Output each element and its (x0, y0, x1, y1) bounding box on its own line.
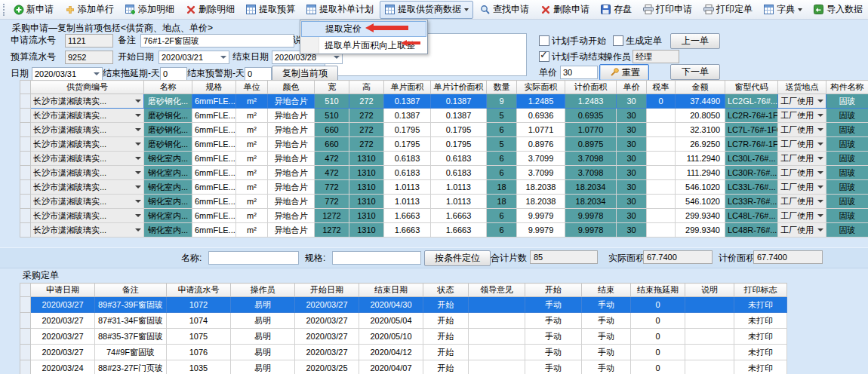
toolbar-button-extract-supplement-plan[interactable]: 提取补单计划 (301, 1, 378, 19)
toolbar-button-add-detail[interactable]: 添加明细 (120, 1, 179, 19)
remark-field[interactable]: 76#1-2F窗固玻 (140, 34, 294, 48)
table-row[interactable]: 长沙市潇湘玻璃实...磨砂钢化...6mmFLE...m²异地合片6602720… (20, 137, 868, 152)
chevron-down-icon[interactable] (817, 185, 823, 189)
column-header[interactable]: 构件名称 (826, 81, 868, 94)
dropdown-cell[interactable]: 长沙市潇湘玻璃实... (31, 94, 144, 109)
unit-price-field[interactable]: 30 (560, 66, 598, 79)
column-header[interactable]: 颜色 (268, 81, 315, 94)
table-row[interactable]: 长沙市潇湘玻璃实...钢化室内...6mmFLE...m²异地合片1272131… (20, 223, 868, 238)
column-header[interactable]: 单片计价面积 (431, 81, 487, 94)
dropdown-cell[interactable]: 长沙市潇湘玻璃实... (31, 123, 144, 137)
operator-field[interactable]: 经理 (633, 50, 679, 63)
column-header[interactable]: 高 (349, 81, 384, 94)
end-delay-field[interactable]: 0 (160, 67, 187, 81)
column-header[interactable]: 金额 (676, 81, 725, 94)
column-header[interactable]: 单片面积 (384, 81, 431, 94)
dropdown-cell[interactable]: 工厂使用 (778, 209, 826, 223)
column-header[interactable]: 状态 (423, 284, 469, 297)
column-header[interactable]: 数量 (487, 81, 517, 94)
column-header[interactable]: 打印标志 (734, 284, 787, 297)
chevron-down-icon[interactable] (817, 200, 823, 203)
table-row[interactable]: 长沙市潇湘玻璃实...钢化室内...6mmFLE...m²异地合片7721310… (20, 180, 868, 195)
column-header[interactable]: 操作员 (231, 284, 295, 297)
chevron-down-icon[interactable] (817, 157, 823, 160)
chevron-down-icon[interactable] (94, 72, 100, 75)
chevron-down-icon[interactable] (817, 228, 823, 231)
column-header[interactable]: 宽 (315, 81, 349, 94)
chevron-down-icon[interactable] (135, 100, 141, 103)
column-header[interactable]: 税率 (647, 81, 676, 94)
chevron-down-icon[interactable] (334, 56, 340, 59)
column-header[interactable]: 实际面积 (517, 81, 565, 94)
column-header[interactable]: 单价 (617, 81, 647, 94)
dropdown-cell[interactable]: 长沙市潇湘玻璃实... (31, 152, 144, 166)
toolbar-button-delete-detail[interactable]: 删除明细 (180, 1, 239, 19)
plan-manual-start-checkbox[interactable] (539, 35, 549, 46)
column-header[interactable]: 结束日期 (359, 284, 423, 297)
table-row[interactable]: 长沙市潇湘玻璃实...磨砂钢化...6mmFLE...m²异地合片6602720… (20, 123, 868, 137)
chevron-down-icon[interactable] (817, 100, 823, 103)
toolbar-button-import-data[interactable]: 导入数据 (808, 1, 867, 19)
column-header[interactable]: 计价面积 (565, 81, 617, 94)
chevron-down-icon[interactable] (798, 8, 802, 11)
dropdown-cell[interactable]: 长沙市潇湘玻璃实... (31, 137, 144, 152)
chevron-down-icon[interactable] (135, 114, 141, 117)
table-row[interactable]: 2020/03/2788#35-37F窗固玻1075易明2020/03/2720… (20, 329, 787, 345)
name-filter-input[interactable] (208, 251, 299, 265)
plan-manual-end-checkbox[interactable] (539, 51, 549, 62)
dropdown-cell[interactable]: 工厂使用 (778, 180, 826, 195)
dropdown-cell[interactable]: 长沙市潇湘玻璃实... (31, 180, 144, 195)
column-header[interactable]: 送货地点 (778, 81, 826, 94)
spec-filter-input[interactable] (332, 251, 421, 265)
table-row[interactable]: 长沙市潇湘玻璃实...磨砂钢化...6mmFLE...m²异地合片5102720… (20, 94, 868, 109)
toolbar-button-save[interactable]: 存盘 (596, 1, 636, 19)
column-header[interactable]: 备注 (95, 284, 167, 297)
column-header[interactable]: 结束 (582, 284, 631, 297)
column-header[interactable]: 开始日期 (295, 284, 359, 297)
end-warn-field[interactable]: 0 (245, 67, 272, 81)
toolbar-button-dictionary[interactable]: 字典 (759, 1, 807, 19)
locate-by-condition-button[interactable]: 按条件定位 (424, 250, 491, 266)
previous-order-button[interactable]: 上一单 (670, 33, 720, 49)
dropdown-cell[interactable]: 长沙市潇湘玻璃实... (31, 166, 144, 180)
dropdown-cell[interactable]: 长沙市潇湘玻璃实... (31, 223, 144, 238)
toolbar-button-extract-supplier-data[interactable]: 提取供货商数据 (380, 1, 473, 19)
column-header[interactable]: 名称 (144, 81, 192, 94)
chevron-down-icon[interactable] (135, 185, 141, 189)
chevron-down-icon[interactable] (135, 228, 141, 231)
table-row[interactable]: 长沙市潇湘玻璃实...钢化室内...6mmFLE...m²异地合片4721310… (20, 166, 868, 180)
chevron-down-icon[interactable] (464, 8, 469, 11)
chevron-down-icon[interactable] (817, 114, 823, 117)
dropdown-cell[interactable]: 工厂使用 (778, 137, 826, 152)
dropdown-cell[interactable]: 长沙市潇湘玻璃实... (31, 195, 144, 209)
table-row[interactable]: 长沙市潇湘玻璃实...磨砂钢化...6mmFLE...m²异地合片5102720… (20, 109, 868, 123)
dropdown-cell[interactable]: 长沙市潇湘玻璃实... (31, 109, 144, 123)
table-row[interactable]: 长沙市潇湘玻璃实...钢化室内...6mmFLE...m²异地合片1272131… (20, 209, 868, 223)
column-header[interactable]: 申请日期 (31, 284, 95, 297)
table-row[interactable]: 2020/03/2488#23-27F门页玻1035易明2020/03/2520… (20, 360, 787, 374)
chevron-down-icon[interactable] (135, 214, 141, 217)
chevron-down-icon[interactable] (817, 128, 823, 131)
generate-order-checkbox[interactable] (613, 35, 623, 46)
column-header[interactable]: 窗型代码 (725, 81, 778, 94)
dropdown-cell[interactable]: 工厂使用 (778, 123, 826, 137)
chevron-down-icon[interactable] (135, 171, 141, 174)
toolbar-button-new-request[interactable]: 新申请 (8, 1, 58, 19)
chevron-down-icon[interactable] (817, 214, 823, 217)
toolbar-button-delete-request[interactable]: 删除申请 (535, 1, 594, 19)
column-header[interactable]: 领导意见 (469, 284, 525, 297)
dropdown-cell[interactable]: 工厂使用 (778, 94, 826, 109)
table-row[interactable]: 2020/03/2787#31-34F窗固玻1074易明2020/03/2720… (20, 313, 787, 329)
toolbar-button-add-single-row[interactable]: 添加单行 (60, 1, 119, 19)
column-header[interactable]: 供货商编号 (31, 81, 144, 94)
copy-current-button[interactable]: 复制当前项 (272, 66, 338, 81)
table-row[interactable]: 2020/03/2774#9F窗固玻1076易明2020/03/272020/0… (20, 345, 787, 360)
column-header[interactable]: 开始 (525, 284, 582, 297)
column-header[interactable]: 单位 (236, 81, 268, 94)
column-header[interactable]: 申请流水号 (167, 284, 231, 297)
dropdown-cell[interactable]: 工厂使用 (778, 195, 826, 209)
dropdown-cell[interactable]: 工厂使用 (778, 152, 826, 166)
chevron-down-icon[interactable] (135, 128, 141, 131)
toolbar-button-print-order[interactable]: 打印定单 (698, 1, 757, 19)
next-order-button[interactable]: 下一单 (670, 64, 720, 80)
